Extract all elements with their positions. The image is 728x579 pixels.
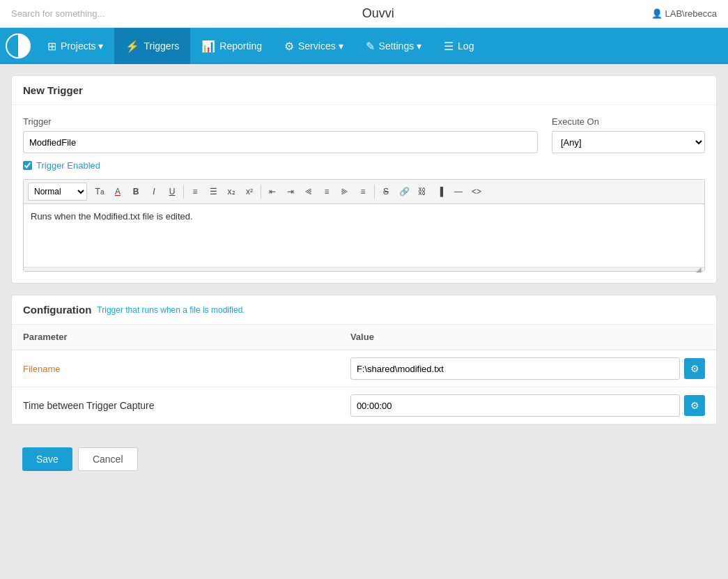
cancel-button[interactable]: Cancel (78, 447, 138, 471)
config-table: Parameter Value Filename ⚙ (12, 325, 716, 424)
nav-item-services[interactable]: ⚙ Services ▾ (273, 28, 355, 64)
trigger-top-row: Trigger Trigger Enabled Execute On [Any]… (23, 116, 705, 171)
font-size-btn[interactable]: Ta (91, 183, 108, 200)
subscript-btn[interactable]: x₂ (223, 183, 240, 200)
trigger-name-input[interactable] (23, 131, 538, 153)
ordered-list-btn[interactable]: ≡ (187, 183, 203, 200)
nav-item-settings[interactable]: ✎ Settings ▾ (355, 28, 433, 64)
bold-btn[interactable]: B (127, 183, 144, 200)
align-center-btn[interactable]: ≡ (318, 183, 335, 200)
nav-item-log[interactable]: ☰ Log (433, 28, 485, 64)
table-row: Filename ⚙ (12, 350, 716, 387)
navbar: ⊞ Projects ▾ ⚡ Triggers 📊 Reporting ⚙ Se… (0, 28, 728, 64)
col-header-parameter: Parameter (12, 325, 339, 350)
configuration-card: Configuration Trigger that runs when a f… (11, 295, 717, 425)
config-subtitle: Trigger that runs when a file is modifie… (97, 305, 245, 315)
filename-value-cell: ⚙ (350, 357, 705, 380)
new-trigger-title: New Trigger (23, 84, 83, 96)
table-row: Time between Trigger Capture ⚙ (12, 387, 716, 424)
col-header-value: Value (339, 325, 716, 350)
logo-image (6, 33, 31, 59)
param-value-time-between: ⚙ (339, 387, 716, 424)
nav-label-reporting: Reporting (219, 40, 262, 52)
brand-logo (0, 28, 36, 64)
editor-text: Runs when the Modified.txt file is edite… (31, 211, 193, 222)
new-trigger-body: Trigger Trigger Enabled Execute On [Any]… (12, 105, 716, 283)
top-bar: Search for something... Ouvvi LAB\rebecc… (0, 0, 728, 28)
trigger-enabled-label: Trigger Enabled (36, 160, 100, 171)
font-color-btn[interactable]: A (109, 183, 126, 200)
main-content: New Trigger Trigger Trigger Enabled (0, 64, 728, 493)
time-between-gear-btn[interactable]: ⚙ (684, 395, 705, 416)
nav-label-projects: Projects ▾ (61, 40, 103, 52)
param-value-filename: ⚙ (339, 350, 716, 387)
log-icon: ☰ (444, 40, 454, 53)
toolbar-sep-2 (261, 185, 261, 199)
link-btn[interactable]: 🔗 (396, 183, 412, 200)
filename-gear-btn[interactable]: ⚙ (684, 358, 705, 379)
execute-on-select[interactable]: [Any] Monday Tuesday Wednesday Thursday … (552, 131, 705, 153)
settings-icon: ✎ (366, 40, 375, 53)
editor-content-area[interactable]: Runs when the Modified.txt file is edite… (24, 204, 704, 267)
execute-on-group: Execute On [Any] Monday Tuesday Wednesda… (552, 116, 705, 153)
nav-label-log: Log (458, 40, 474, 52)
config-table-wrapper: Parameter Value Filename ⚙ (12, 325, 716, 424)
reporting-icon: 📊 (201, 40, 215, 53)
nav-item-reporting[interactable]: 📊 Reporting (190, 28, 273, 64)
resize-indicator: ◢ (696, 265, 702, 273)
time-between-input[interactable] (350, 394, 680, 417)
trigger-left: Trigger Trigger Enabled (23, 116, 538, 171)
align-left-btn[interactable]: ⫷ (300, 183, 317, 200)
save-button[interactable]: Save (22, 447, 72, 471)
unlink-btn[interactable]: ⛓ (414, 183, 431, 200)
footer-bar: Save Cancel (11, 436, 717, 482)
config-table-header-row: Parameter Value (12, 325, 716, 350)
execute-on-label: Execute On (552, 116, 705, 127)
search-placeholder: Search for something... (11, 8, 104, 19)
underline-btn[interactable]: U (164, 183, 180, 200)
rich-text-editor: Normal Heading 1 Heading 2 Ta A B I U ≡ … (23, 179, 705, 272)
italic-btn[interactable]: I (146, 183, 162, 200)
source-btn[interactable]: <> (468, 183, 485, 200)
param-name-time-between: Time between Trigger Capture (12, 387, 339, 424)
outdent-btn[interactable]: ⇤ (264, 183, 281, 200)
highlight-btn[interactable]: ▐ (432, 183, 449, 200)
toolbar-sep-3 (374, 185, 375, 199)
user-info: LAB\rebecca (651, 8, 717, 19)
app-title: Ouvvi (362, 6, 394, 21)
filename-input[interactable] (350, 357, 680, 380)
trigger-name-group: Trigger (23, 116, 538, 153)
hr-btn[interactable]: — (450, 183, 467, 200)
toolbar-sep-1 (183, 185, 184, 199)
trigger-enabled-checkbox[interactable] (23, 161, 32, 170)
trigger-right: Execute On [Any] Monday Tuesday Wednesda… (552, 116, 705, 171)
nav-item-projects[interactable]: ⊞ Projects ▾ (36, 28, 114, 64)
trigger-label: Trigger (23, 116, 538, 127)
param-name-filename: Filename (12, 350, 339, 387)
triggers-icon: ⚡ (125, 40, 139, 53)
nav-label-services: Services ▾ (298, 40, 343, 52)
time-between-value-cell: ⚙ (350, 394, 705, 417)
trigger-enabled-row: Trigger Enabled (23, 160, 538, 171)
projects-icon: ⊞ (47, 40, 56, 53)
editor-toolbar: Normal Heading 1 Heading 2 Ta A B I U ≡ … (24, 180, 704, 204)
align-right-btn[interactable]: ⫸ (336, 183, 353, 200)
justify-btn[interactable]: ≡ (355, 183, 371, 200)
nav-label-triggers: Triggers (144, 40, 179, 52)
config-title: Configuration (23, 304, 91, 316)
config-header: Configuration Trigger that runs when a f… (12, 295, 716, 325)
config-table-head: Parameter Value (12, 325, 716, 350)
config-table-body: Filename ⚙ Time between Trigger Capture (12, 350, 716, 424)
format-select[interactable]: Normal Heading 1 Heading 2 (28, 183, 87, 201)
new-trigger-header: New Trigger (12, 76, 716, 105)
superscript-btn[interactable]: x² (241, 183, 258, 200)
unordered-list-btn[interactable]: ☰ (205, 183, 222, 200)
indent-btn[interactable]: ⇥ (282, 183, 299, 200)
services-icon: ⚙ (284, 40, 294, 53)
editor-resize-handle[interactable]: ◢ (24, 267, 704, 271)
nav-label-settings: Settings ▾ (379, 40, 421, 52)
strikethrough-btn[interactable]: S (378, 183, 394, 200)
new-trigger-card: New Trigger Trigger Trigger Enabled (11, 75, 717, 284)
nav-item-triggers[interactable]: ⚡ Triggers (114, 28, 190, 64)
